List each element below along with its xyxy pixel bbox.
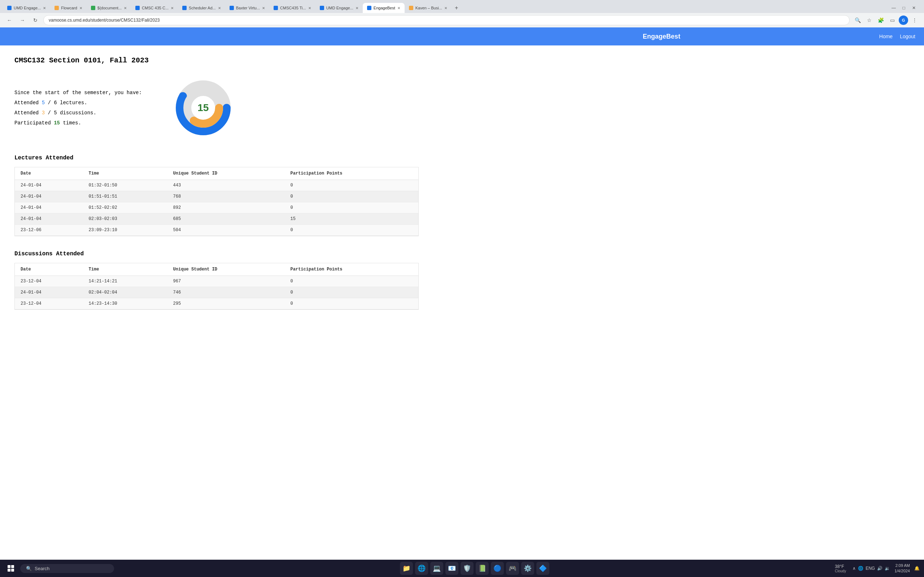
lectures-table-head: Date Time Unique Student ID Participatio… — [15, 167, 418, 180]
discussions-table-row: 24-01-04 02:04-02:04 746 0 — [15, 287, 418, 298]
address-bar[interactable]: vamoose.cs.umd.edu/student/course/CMSC13… — [43, 15, 850, 25]
tab-6[interactable]: Baxter Virtu... ✕ — [225, 3, 269, 13]
profile-avatar[interactable]: G — [899, 16, 908, 25]
tab-label-3: $(document... — [97, 6, 122, 10]
tab-3[interactable]: $(document... ✕ — [87, 3, 131, 13]
tab-favicon-5 — [182, 6, 187, 10]
lectures-table-row: 24-01-04 02:03-02:03 685 15 — [15, 213, 418, 225]
nav-home-link[interactable]: Home — [879, 34, 893, 39]
tab-close-5[interactable]: ✕ — [218, 6, 221, 10]
lecture-time-1: 01:51-01:51 — [83, 191, 168, 202]
lecture-points-0: 0 — [285, 180, 418, 191]
lectures-table-wrapper[interactable]: Date Time Unique Student ID Participatio… — [15, 167, 419, 236]
menu-icon[interactable]: ⋮ — [909, 15, 920, 25]
lecture-date-1: 24-01-04 — [15, 191, 83, 202]
browser-chrome: UMD Engage... ✕ Flowcard ✕ $(document...… — [0, 0, 924, 27]
participated-stat: Participated 15 times. — [15, 118, 142, 128]
discussion-points-0: 0 — [285, 276, 418, 287]
star-icon[interactable]: ☆ — [864, 15, 874, 25]
tab-9[interactable]: EngageBest ✕ — [363, 3, 405, 13]
url-text: vamoose.cs.umd.edu/student/course/CMSC13… — [49, 18, 160, 23]
discussion-uid-2: 295 — [168, 298, 285, 309]
tab-close-6[interactable]: ✕ — [262, 6, 265, 10]
lectures-col-date: Date — [15, 167, 83, 180]
page-content: CMSC132 Section 0101, Fall 2023 Since th… — [0, 45, 433, 335]
minimize-button[interactable]: — — [889, 3, 898, 12]
discussion-time-0: 14:21-14:21 — [83, 276, 168, 287]
tab-favicon-4 — [135, 6, 140, 10]
tab-close-4[interactable]: ✕ — [171, 6, 174, 10]
tab-close-3[interactable]: ✕ — [124, 6, 127, 10]
discussions-col-uid: Unique Student ID — [168, 263, 285, 276]
tab-label-6: Baxter Virtu... — [236, 6, 260, 10]
tab-close-8[interactable]: ✕ — [355, 6, 359, 10]
lecture-date-0: 24-01-04 — [15, 180, 83, 191]
tab-label-9: EngageBest — [373, 6, 395, 10]
lectures-table-row: 24-01-04 01:52-02:02 892 0 — [15, 202, 418, 213]
tab-favicon-8 — [320, 6, 324, 10]
discussions-attended-num: 3 — [42, 110, 45, 116]
close-button[interactable]: ✕ — [909, 3, 918, 12]
window-controls: — □ ✕ — [889, 3, 921, 12]
tab-close-1[interactable]: ✕ — [43, 6, 46, 10]
address-bar-row: ← → ↻ vamoose.cs.umd.edu/student/course/… — [0, 13, 924, 27]
back-button[interactable]: ← — [4, 15, 15, 25]
sidebar-icon[interactable]: ▭ — [887, 15, 897, 25]
new-tab-button[interactable]: + — [452, 3, 462, 13]
tab-label-8: UMD Engage... — [326, 6, 353, 10]
tab-10[interactable]: Kaven – Busi... ✕ — [405, 3, 452, 13]
extension-icon[interactable]: 🧩 — [876, 15, 886, 25]
discussion-time-1: 02:04-02:04 — [83, 287, 168, 298]
discussions-total-num: 5 — [54, 110, 57, 116]
app-wrapper: EngageBest Home Logout CMSC132 Section 0… — [0, 27, 924, 560]
tab-label-7: CMSC435 Ti... — [280, 6, 306, 10]
lecture-points-3: 15 — [285, 213, 418, 225]
discussions-col-date: Date — [15, 263, 83, 276]
tab-close-2[interactable]: ✕ — [79, 6, 82, 10]
tab-close-9[interactable]: ✕ — [397, 6, 400, 10]
lectures-col-time: Time — [83, 167, 168, 180]
tab-7[interactable]: CMSC435 Ti... ✕ — [269, 3, 315, 13]
discussions-table-row: 23-12-04 14:21-14:21 967 0 — [15, 276, 418, 287]
search-toolbar-icon[interactable]: 🔍 — [853, 15, 863, 25]
stats-section: Since the start of the semester, you hav… — [15, 76, 419, 140]
lectures-stat: Attended 5 / 6 lectures. — [15, 98, 142, 108]
lecture-points-1: 0 — [285, 191, 418, 202]
donut-center-value: 15 — [197, 102, 208, 114]
discussions-table: Date Time Unique Student ID Participatio… — [15, 263, 418, 309]
discussion-date-2: 23-12-04 — [15, 298, 83, 309]
lecture-points-2: 0 — [285, 202, 418, 213]
lectures-section-title: Lectures Attended — [15, 155, 419, 161]
tab-favicon-3 — [91, 6, 95, 10]
lecture-time-4: 23:09-23:10 — [83, 225, 168, 236]
tab-favicon-9 — [367, 6, 372, 10]
discussion-uid-1: 746 — [168, 287, 285, 298]
nav-logout-link[interactable]: Logout — [900, 34, 915, 39]
refresh-button[interactable]: ↻ — [30, 15, 40, 25]
nav-brand: EngageBest — [444, 33, 879, 40]
tab-close-7[interactable]: ✕ — [308, 6, 311, 10]
tab-favicon-10 — [409, 6, 413, 10]
lecture-uid-3: 685 — [168, 213, 285, 225]
tab-8[interactable]: UMD Engage... ✕ — [315, 3, 363, 13]
discussions-table-wrapper[interactable]: Date Time Unique Student ID Participatio… — [15, 263, 419, 310]
lecture-uid-0: 443 — [168, 180, 285, 191]
nav-links: Home Logout — [879, 34, 915, 39]
forward-button[interactable]: → — [17, 15, 27, 25]
lectures-col-uid: Unique Student ID — [168, 167, 285, 180]
tab-favicon-7 — [274, 6, 278, 10]
tab-close-10[interactable]: ✕ — [444, 6, 447, 10]
tab-favicon-2 — [55, 6, 59, 10]
lectures-col-points: Participation Points — [285, 167, 418, 180]
tab-5[interactable]: Scheduler Ad... ✕ — [178, 3, 225, 13]
maximize-button[interactable]: □ — [900, 3, 908, 12]
tab-1[interactable]: UMD Engage... ✕ — [3, 3, 50, 13]
lectures-attended-num: 5 — [42, 100, 45, 106]
tab-4[interactable]: CMSC 435 C... ✕ — [131, 3, 178, 13]
lecture-date-4: 23-12-06 — [15, 225, 83, 236]
tab-2[interactable]: Flowcard ✕ — [50, 3, 87, 13]
lecture-uid-2: 892 — [168, 202, 285, 213]
lectures-table-body: 24-01-04 01:32-01:50 443 0 24-01-04 01:5… — [15, 180, 418, 236]
discussions-col-points: Participation Points — [285, 263, 418, 276]
navbar: EngageBest Home Logout — [0, 27, 924, 45]
